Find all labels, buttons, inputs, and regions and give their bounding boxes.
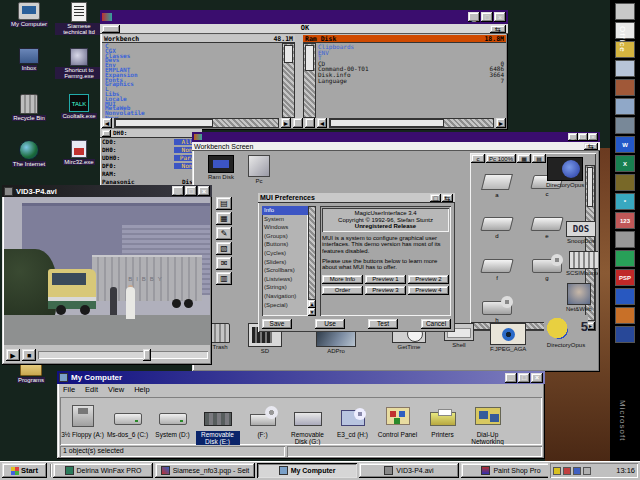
pane-lock-button[interactable]: [305, 118, 315, 128]
mui-category[interactable]: (Sliders): [262, 258, 308, 267]
desktop-icon-my-computer[interactable]: My Computer: [4, 2, 54, 48]
mui-action-button[interactable]: Preview 3: [365, 286, 406, 295]
wb-icon-ram-disk[interactable]: Ram Disk: [208, 155, 234, 184]
wb-icon-directoryopus[interactable]: 5 DirectoryOpus: [544, 315, 588, 348]
pc-drive-e[interactable]: e: [522, 207, 572, 249]
device-row[interactable]: RAM:: [100, 170, 202, 178]
psp-icon[interactable]: PSP: [615, 269, 635, 286]
desktop-icon-siamese-technical[interactable]: Siamese technical ltd: [54, 2, 104, 48]
left-pane-header[interactable]: Workbench 48.1M: [102, 35, 295, 43]
mui-list-scrollbar[interactable]: ▲ ▼: [308, 206, 316, 316]
mui-titlebar[interactable]: MUI Preferences □ ⇆: [258, 193, 455, 203]
left-file-list[interactable]: CCGXClassesDevsEnvEMPLANTExpansionFontsG…: [102, 43, 282, 118]
start-button[interactable]: Start: [2, 463, 47, 478]
pc-drive-f[interactable]: f: [472, 249, 522, 291]
pc-toolbar-button[interactable]: ▤: [532, 154, 546, 163]
calculator-icon[interactable]: 123: [615, 212, 635, 229]
scroll-down-button[interactable]: ▼: [308, 308, 316, 316]
schedule-icon[interactable]: [615, 98, 635, 115]
lister-titlebar[interactable]: _ □ ×: [100, 10, 508, 24]
minimize-button[interactable]: _: [468, 12, 480, 22]
scroll-left-button[interactable]: ◄: [317, 118, 327, 128]
mycomputer-item-msdos6-c[interactable]: Ms-dos_6 (C:): [105, 401, 150, 438]
mycomputer-item-removable-g[interactable]: Removable Disk (G:): [285, 401, 330, 445]
maximize-button[interactable]: □: [185, 186, 197, 196]
mycomputer-item-control-panel[interactable]: Control Panel: [375, 401, 420, 438]
mui-category[interactable]: (Buttons): [262, 240, 308, 249]
scroll-left-button[interactable]: ◄: [102, 118, 112, 128]
desktop-icon-mirc32[interactable]: Mirc32.exe: [54, 140, 104, 186]
desktop-icon-cooltalk[interactable]: TALK Cooltalk.exe: [54, 94, 104, 140]
excel-icon[interactable]: X: [615, 155, 635, 172]
mui-category[interactable]: Info: [262, 206, 308, 215]
play-button[interactable]: ▶: [6, 349, 20, 361]
mui-category-list[interactable]: InfoSystemWindows(Groups)(Buttons)(Cycle…: [262, 206, 308, 316]
seek-slider[interactable]: [38, 351, 208, 359]
mui-category[interactable]: Windows: [262, 223, 308, 232]
pane-swap-button[interactable]: [293, 118, 303, 128]
wb-icon-snoopdos[interactable]: DOS SnoopDos: [566, 221, 596, 244]
cube-icon[interactable]: [615, 326, 635, 343]
mui-category[interactable]: (Groups): [262, 232, 308, 241]
menu-item[interactable]: Help: [134, 385, 149, 394]
tasks-icon[interactable]: [615, 79, 635, 96]
mui-category[interactable]: (Scrollbars): [262, 266, 308, 275]
mail-icon[interactable]: [615, 60, 635, 77]
mycomputer-item-floppy-a[interactable]: 3½ Floppy (A:): [60, 401, 105, 438]
desktop-icon-shortcut-fwmrg[interactable]: Shortcut to Fwmrg.exe: [54, 48, 104, 94]
taskbar-button-vid3p4[interactable]: VID3-P4.avi: [359, 463, 459, 478]
close-button[interactable]: ×: [588, 133, 598, 141]
mycomputer-item-system-d[interactable]: System (D:): [150, 401, 195, 438]
scroll-up-button[interactable]: ▲: [308, 300, 316, 308]
tools-icon[interactable]: [615, 174, 635, 191]
snowflake-icon[interactable]: *: [615, 193, 635, 210]
menu-item[interactable]: View: [108, 385, 124, 394]
paint-icon[interactable]: [615, 307, 635, 324]
right-file-list[interactable]: Clipboards ENV T CD: [316, 43, 506, 118]
screen-depth-gadget[interactable]: ⇆: [584, 143, 598, 150]
globe-icon[interactable]: [615, 250, 635, 267]
minimize-button[interactable]: _: [505, 373, 517, 383]
dock-icon[interactable]: ▥: [216, 272, 232, 285]
zoom-gadget[interactable]: □: [430, 194, 441, 202]
mycomputer-item-f[interactable]: (F:): [240, 401, 285, 438]
device-window-titlebar[interactable]: DH0:: [100, 129, 202, 138]
scroll-right-button[interactable]: ►: [496, 118, 506, 128]
taskbar-button-winfax[interactable]: Delrina WinFax PRO: [53, 463, 153, 478]
pc-drive-d[interactable]: d: [472, 207, 522, 249]
taskbar-button-my-computer[interactable]: My Computer: [257, 463, 357, 478]
list-entry[interactable]: Language 7: [316, 78, 506, 84]
taskbar-button-paintshoppro[interactable]: Paint Shop Pro: [461, 463, 548, 478]
my-computer-titlebar[interactable]: My Computer _ □ ×: [57, 371, 545, 384]
depth-gadget[interactable]: ⇆: [442, 194, 453, 202]
mui-category[interactable]: (Listviews): [262, 275, 308, 284]
video-titlebar[interactable]: VID3-P4.avi _ □ ×: [2, 185, 212, 197]
right-hscrollbar[interactable]: [329, 118, 494, 128]
wb-icon-directoryopus-device[interactable]: DirectoryOpus: [546, 157, 584, 188]
dock-icon[interactable]: ▦: [216, 212, 232, 225]
desktop-icon-inbox[interactable]: Inbox: [4, 48, 54, 94]
seek-thumb[interactable]: [143, 349, 151, 361]
wb-icon-trash[interactable]: Trash: [210, 323, 230, 350]
menu-item[interactable]: File: [63, 385, 75, 394]
close-button[interactable]: ×: [531, 373, 543, 383]
mui-action-button[interactable]: More Info: [322, 275, 363, 284]
mui-action-button[interactable]: Preview 2: [408, 275, 449, 284]
screen-depth-gadget[interactable]: ⇆: [490, 25, 506, 33]
mui-bottom-button[interactable]: Save: [262, 319, 292, 329]
wb-icon-net-web[interactable]: Net&Web: [566, 283, 592, 312]
menu-item[interactable]: Edit: [85, 385, 98, 394]
dock-icon[interactable]: ✎: [216, 227, 232, 240]
desktop-icon-the-internet[interactable]: The Internet: [4, 140, 54, 186]
fax-tray-icon[interactable]: [563, 467, 571, 475]
screen-gadget[interactable]: [102, 25, 120, 33]
minimize-button[interactable]: _: [568, 133, 578, 141]
mui-bottom-button[interactable]: Test: [368, 319, 398, 329]
left-hscrollbar[interactable]: [114, 118, 279, 128]
maximize-button[interactable]: □: [481, 12, 493, 22]
chart-icon[interactable]: [615, 288, 635, 305]
maximize-button[interactable]: □: [578, 133, 588, 141]
device-row[interactable]: CD0: All: [100, 138, 202, 146]
mycomputer-item-removable-e[interactable]: Removable Disk (E:): [195, 401, 240, 445]
mui-bottom-button[interactable]: Use: [315, 319, 345, 329]
